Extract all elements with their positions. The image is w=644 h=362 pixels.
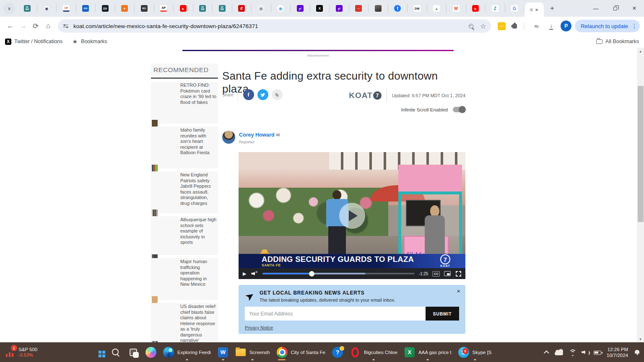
- pinned-tab[interactable]: ▼: [115, 4, 135, 13]
- downloads-icon[interactable]: ↓: [549, 23, 553, 30]
- scroll-up-arrow[interactable]: ▲: [637, 48, 644, 54]
- new-tab-button[interactable]: +: [546, 3, 558, 14]
- pinned-tab[interactable]: SF NM: [193, 4, 213, 13]
- pinned-tab[interactable]: DV: [96, 4, 115, 13]
- pinned-tab[interactable]: SF NM: [213, 4, 232, 13]
- extension-icon[interactable]: ⋯: [498, 22, 506, 30]
- recommended-item[interactable]: Major human trafficking operation happen…: [151, 258, 218, 300]
- pinned-tab[interactable]: ▶: [466, 4, 486, 13]
- email-field[interactable]: [245, 307, 426, 321]
- pip-button[interactable]: [444, 271, 451, 276]
- tab-search-button[interactable]: ∨: [3, 3, 15, 14]
- progress-knob[interactable]: [309, 271, 314, 277]
- pinned-tab[interactable]: Z: [486, 4, 505, 13]
- pinned-tab[interactable]: ◉: [37, 4, 57, 13]
- stocks-widget[interactable]: 1 S&P 500 -0.53%: [3, 342, 40, 362]
- recommended-item[interactable]: New England Patriots safety Jabrill Pepp…: [151, 171, 218, 213]
- submit-button[interactable]: SUBMIT: [426, 307, 459, 321]
- opera-app[interactable]: Bigcuties Chloe: [346, 344, 401, 361]
- pinned-tab[interactable]: RCI: [135, 4, 154, 13]
- recommended-item[interactable]: Idaho family reunites with son's heart r…: [151, 127, 218, 168]
- reload-button[interactable]: ⟳: [29, 20, 42, 32]
- scrollbar-thumb[interactable]: [638, 86, 644, 222]
- mute-icon[interactable]: [251, 271, 257, 276]
- pinned-tab[interactable]: AP: [154, 4, 174, 13]
- address-bar[interactable]: koat.com/article/new-mexico-santa-fe-sec…: [58, 19, 491, 33]
- relaunch-button[interactable]: Relaunch to update ⋮: [575, 20, 640, 32]
- pinned-tab[interactable]: y!: [330, 4, 349, 13]
- pinned-tab[interactable]: G: [505, 4, 525, 13]
- notifications-bell-icon[interactable]: [634, 350, 640, 355]
- chrome-app[interactable]: City of Santa Fe: [273, 344, 329, 361]
- bookmark-item[interactable]: Twitter / Notifications: [5, 39, 62, 45]
- forward-button[interactable]: →: [17, 20, 29, 32]
- close-icon[interactable]: ×: [457, 287, 460, 295]
- recommended-item[interactable]: Albuquerque high school sets example of …: [151, 216, 218, 255]
- pinned-tab[interactable]: y!: [291, 4, 310, 13]
- close-tab-icon[interactable]: ×: [535, 7, 538, 13]
- privacy-notice-link[interactable]: Privacy Notice: [245, 325, 273, 330]
- start-button[interactable]: [93, 344, 107, 361]
- pinned-tab[interactable]: ◉: [252, 4, 271, 13]
- pinned-tab[interactable]: X: [310, 4, 330, 13]
- wifi-icon[interactable]: [569, 349, 576, 355]
- excel-app[interactable]: AAA gas price t: [401, 344, 455, 361]
- menu-dots-icon[interactable]: ⋮: [631, 23, 637, 29]
- recommended-item[interactable]: US disaster relief chief blasts false cl…: [151, 303, 218, 342]
- pinned-tab[interactable]: DG: [76, 4, 96, 13]
- extensions-puzzle-icon[interactable]: [512, 24, 517, 28]
- clock[interactable]: 12:26 PM 10/7/2024: [607, 346, 628, 358]
- all-bookmarks[interactable]: All Bookmarks: [596, 39, 639, 44]
- home-button[interactable]: ⌂: [42, 20, 55, 32]
- pinned-tab[interactable]: DW: [408, 4, 427, 13]
- help-app[interactable]: [329, 344, 346, 361]
- captions-button[interactable]: CC: [432, 271, 440, 277]
- url-text[interactable]: koat.com/article/new-mexico-santa-fe-sec…: [73, 23, 469, 29]
- media-controls-icon[interactable]: ≡♪: [530, 20, 543, 32]
- volume-icon[interactable]: [582, 349, 588, 355]
- page-scrollbar[interactable]: ▲ ▼: [637, 48, 644, 342]
- video-player[interactable]: El Molero Fa ADDING SECURITY GUARDS TO P…: [239, 152, 465, 279]
- site-settings-icon[interactable]: [63, 23, 69, 29]
- pinned-tab[interactable]: M: [447, 4, 466, 13]
- pinned-tab[interactable]: ◉: [271, 4, 291, 13]
- profile-avatar[interactable]: P: [561, 21, 571, 31]
- word-app[interactable]: [214, 344, 232, 361]
- onedrive-icon[interactable]: [555, 352, 563, 355]
- bookmark-item[interactable]: Bookmarks: [72, 39, 107, 45]
- edge-app[interactable]: Exploring Feedi: [160, 344, 214, 361]
- author-name-link[interactable]: Corey Howard: [239, 132, 275, 138]
- pinned-tab[interactable]: ⋯: [349, 4, 369, 13]
- scroll-down-arrow[interactable]: ▼: [637, 336, 644, 342]
- email-envelope-icon[interactable]: ✉: [276, 132, 280, 137]
- recommended-item[interactable]: RETRO FIND: Pokémon card craze in '99 le…: [151, 82, 218, 124]
- tray-chevron-icon[interactable]: [544, 350, 549, 356]
- copy-link-button[interactable]: %: [272, 89, 283, 100]
- infinite-scroll-toggle[interactable]: [453, 107, 465, 112]
- maximize-button[interactable]: [605, 0, 625, 17]
- pinned-tab[interactable]: [369, 4, 388, 13]
- pinned-tab[interactable]: UP: [57, 4, 76, 13]
- close-window-button[interactable]: ×: [625, 0, 644, 17]
- bookmark-star-icon[interactable]: ☆: [480, 22, 486, 30]
- task-view-button[interactable]: [125, 344, 142, 361]
- minimize-button[interactable]: —: [586, 0, 605, 17]
- zoom-icon[interactable]: [469, 24, 473, 28]
- pinned-tab[interactable]: SF NM: [18, 4, 37, 13]
- twitter-share-button[interactable]: [257, 89, 268, 100]
- facebook-share-button[interactable]: f: [243, 89, 254, 100]
- search-button[interactable]: [107, 344, 125, 361]
- play-overlay-button[interactable]: [339, 203, 365, 229]
- play-button[interactable]: ▶: [243, 271, 246, 277]
- pinned-tab[interactable]: E: [232, 4, 252, 13]
- fullscreen-button[interactable]: [456, 271, 461, 277]
- copilot-button[interactable]: [142, 344, 160, 361]
- skype-app[interactable]: 9Skype [S: [455, 344, 495, 361]
- progress-bar[interactable]: [262, 273, 414, 274]
- active-tab[interactable]: ×: [525, 3, 544, 17]
- battery-icon[interactable]: [594, 351, 601, 355]
- pinned-tab[interactable]: f: [388, 4, 408, 13]
- pinned-tab[interactable]: ▲: [427, 4, 447, 13]
- pinned-tab[interactable]: ▶: [174, 4, 193, 13]
- back-button[interactable]: ←: [4, 20, 17, 32]
